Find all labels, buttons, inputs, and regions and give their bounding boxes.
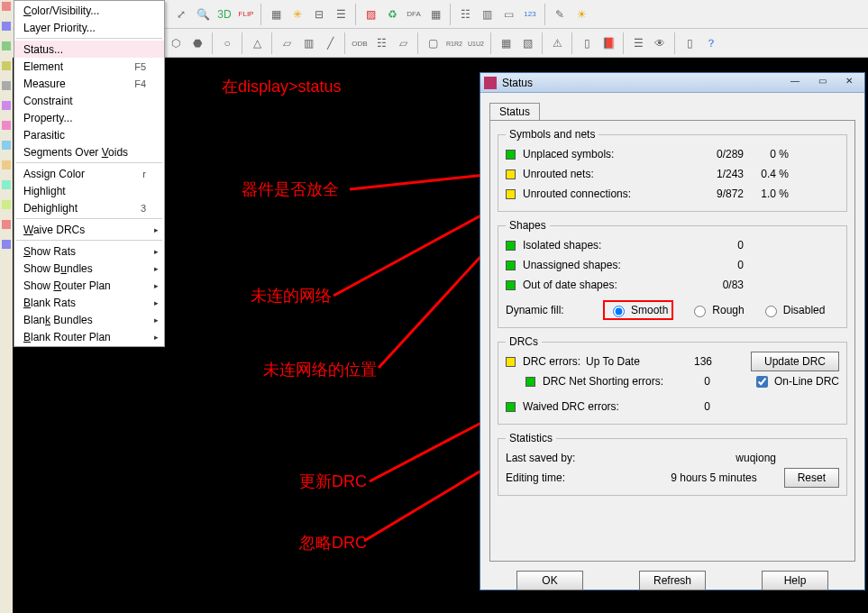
- tb2-q-icon[interactable]: ？: [701, 33, 721, 53]
- tb-rat-icon[interactable]: ☰: [331, 5, 351, 24]
- tb-num-icon[interactable]: 123: [520, 5, 540, 24]
- tb-dfa-icon[interactable]: DFA: [404, 5, 424, 24]
- menu-blankbundles[interactable]: Blank Bundles: [14, 311, 164, 328]
- menu-showrats[interactable]: Show Rats: [14, 242, 164, 260]
- ls-g-icon[interactable]: [2, 220, 11, 229]
- menu-blankrats[interactable]: Blank Rats: [14, 294, 164, 311]
- close-icon[interactable]: ✕: [837, 76, 861, 89]
- tb2-list-icon[interactable]: ☰: [628, 33, 648, 53]
- tb2-line-icon[interactable]: ╱: [320, 33, 340, 53]
- ls-a-icon[interactable]: [2, 101, 11, 110]
- group-drcs: DRCs DRC errors: Up To Date 136 Update D…: [498, 335, 847, 425]
- ls-dot-icon[interactable]: [2, 61, 11, 70]
- group-shapes: Shapes Isolated shapes: 0 Unassigned sha…: [498, 219, 847, 328]
- tb-brd-icon[interactable]: ▥: [477, 5, 497, 24]
- menu-measure[interactable]: MeasureF4: [14, 75, 164, 92]
- ls-h-icon[interactable]: [2, 240, 11, 249]
- tb-brush-icon[interactable]: ✎: [550, 5, 570, 24]
- ls-line-icon[interactable]: [2, 81, 11, 90]
- menu-segover[interactable]: Segments Over Voids: [14, 143, 164, 160]
- ls-d-icon[interactable]: [2, 160, 11, 169]
- tb2-hex2-icon[interactable]: ⬣: [187, 33, 207, 53]
- tb2-chip-icon[interactable]: ▥: [298, 33, 318, 53]
- tb2-book-icon[interactable]: 📕: [598, 33, 618, 53]
- menu-colorvis[interactable]: Color/Visibility...: [14, 2, 164, 19]
- btn-reset[interactable]: Reset: [784, 468, 839, 488]
- radio-rough[interactable]: Rough: [690, 303, 744, 317]
- ls-e-icon[interactable]: [2, 180, 11, 189]
- tb-net-icon[interactable]: ⊟: [309, 5, 329, 24]
- tb-add-icon[interactable]: ▨: [361, 5, 380, 24]
- chk-online-drc[interactable]: On-Line DRC: [753, 373, 839, 390]
- tb-flip-icon[interactable]: FLIP: [236, 5, 256, 24]
- chk-online-drc-input[interactable]: [756, 376, 768, 388]
- tb2-cfg-icon[interactable]: ▧: [517, 33, 537, 53]
- tb2-rr-icon[interactable]: R1R2: [444, 33, 464, 53]
- tb-star-icon[interactable]: ✳: [288, 5, 307, 24]
- tb2-tri-icon[interactable]: △: [247, 33, 267, 53]
- radio-smooth[interactable]: Smooth: [603, 300, 673, 320]
- menu-showbundles[interactable]: Show Bundles: [14, 260, 164, 277]
- val-drcerr: 136: [667, 355, 712, 368]
- led-unplaced: [506, 150, 516, 160]
- tb2-sq-icon[interactable]: ▢: [423, 33, 443, 53]
- status-dialog-icon: [484, 77, 497, 89]
- tb2-tag-icon[interactable]: ▱: [393, 33, 413, 53]
- radio-disabled[interactable]: Disabled: [761, 303, 826, 317]
- menu-highlight[interactable]: Highlight: [14, 182, 164, 199]
- radio-disabled-input[interactable]: [765, 306, 777, 317]
- tb2-rep-icon[interactable]: ▦: [496, 33, 516, 53]
- ls-layer-icon[interactable]: [2, 22, 11, 31]
- ls-f-icon[interactable]: [2, 200, 11, 209]
- menu-parasitic[interactable]: Parasitic: [14, 126, 164, 143]
- lbl-dynfill: Dynamic fill:: [506, 304, 587, 316]
- tb2-eye-icon[interactable]: 👁: [650, 33, 670, 53]
- status-dialog-titlebar[interactable]: Status — ▭ ✕: [480, 73, 864, 93]
- minimize-icon[interactable]: —: [783, 76, 807, 89]
- ls-c-icon[interactable]: [2, 141, 11, 150]
- tab-status[interactable]: Status: [489, 103, 540, 121]
- ls-b-icon[interactable]: [2, 121, 11, 130]
- tb2-doc2-icon[interactable]: ▯: [680, 33, 699, 53]
- tb2-hex-icon[interactable]: ⬡: [166, 33, 186, 53]
- tb2-u-icon[interactable]: U1U2: [466, 33, 486, 53]
- tb-edit-icon[interactable]: ☷: [455, 5, 475, 24]
- tb2-odb-icon[interactable]: ODB: [350, 33, 370, 53]
- tb-grid2-icon[interactable]: ▦: [266, 5, 286, 24]
- radio-rough-input[interactable]: [694, 306, 706, 317]
- tb-zoom-in-icon[interactable]: 🔍: [193, 5, 213, 24]
- tb2-part-icon[interactable]: ▱: [277, 33, 297, 53]
- btn-refresh[interactable]: Refresh: [639, 571, 706, 590]
- menu-waivedrcs[interactable]: Waive DRCs: [14, 221, 164, 238]
- menu-blankrouter[interactable]: Blank Router Plan: [14, 328, 164, 345]
- left-icon-strip: [0, 0, 13, 613]
- tb2-cir-icon[interactable]: ○: [217, 33, 237, 53]
- tb-zoom-fit-icon[interactable]: ⤢: [171, 5, 191, 24]
- btn-update-drc[interactable]: Update DRC: [751, 352, 839, 371]
- menu-layerprio[interactable]: Layer Priority...: [14, 19, 164, 36]
- menu-status[interactable]: Status...: [14, 41, 164, 58]
- tb2-drc-icon[interactable]: ⚠: [547, 33, 567, 53]
- menu-element[interactable]: ElementF5: [14, 58, 164, 75]
- ls-grid-icon[interactable]: [2, 2, 11, 11]
- anno-path: 在display>status: [222, 76, 342, 97]
- ls-bar-icon[interactable]: [2, 41, 11, 50]
- menu-assigncolor[interactable]: Assign Colorr: [14, 165, 164, 182]
- menu-dehighlight[interactable]: Dehighlight3: [14, 199, 164, 216]
- led-unconn: [506, 189, 516, 199]
- tb-zoom-out-icon[interactable]: 3D: [215, 5, 234, 24]
- radio-smooth-input[interactable]: [613, 306, 625, 317]
- menu-constraint[interactable]: Constraint: [14, 92, 164, 109]
- tb2-file-icon[interactable]: ▯: [577, 33, 597, 53]
- tb-box-icon[interactable]: ▭: [498, 5, 518, 24]
- tb-tool-icon[interactable]: ♻: [382, 5, 402, 24]
- val-drcerr-state: Up To Date: [586, 355, 667, 368]
- tb2-id-icon[interactable]: ☷: [371, 33, 391, 53]
- maximize-icon[interactable]: ▭: [810, 76, 834, 89]
- tb-bga-icon[interactable]: ▦: [425, 5, 445, 24]
- btn-ok[interactable]: OK: [516, 571, 583, 590]
- menu-property[interactable]: Property...: [14, 109, 164, 126]
- tb-sun-icon[interactable]: ☀: [571, 5, 591, 24]
- menu-showrouter[interactable]: Show Router Plan: [14, 277, 164, 294]
- btn-help[interactable]: Help: [762, 571, 828, 590]
